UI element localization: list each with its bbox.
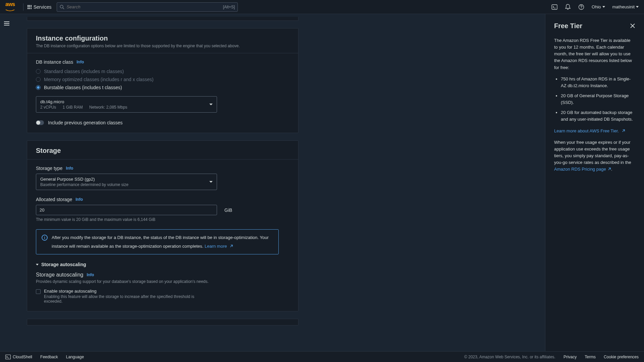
aws-smile-icon bbox=[5, 9, 15, 12]
top-navigation: aws Services [Alt+S] Ohio matheusinit bbox=[0, 0, 644, 14]
svg-point-0 bbox=[60, 5, 63, 8]
select-value: General Purpose SSD (gp2) bbox=[40, 177, 209, 182]
svg-rect-8 bbox=[6, 355, 11, 359]
external-link-icon bbox=[607, 166, 611, 173]
storage-autoscaling-expander[interactable]: Storage autoscaling bbox=[36, 262, 289, 267]
hamburger-icon bbox=[4, 21, 9, 25]
feedback-label: Feedback bbox=[40, 355, 58, 359]
link-label: Amazon RDS Pricing page bbox=[554, 167, 606, 172]
search-icon bbox=[60, 5, 64, 9]
enable-autoscaling-desc: Enabling this feature will allow the sto… bbox=[44, 294, 202, 304]
radio-label: Standard classes (includes m classes) bbox=[44, 69, 124, 74]
select-sub: Baseline performance determined by volum… bbox=[40, 182, 209, 187]
language-link[interactable]: Language bbox=[66, 355, 84, 359]
caret-down-icon bbox=[602, 6, 605, 8]
allocated-storage-input[interactable] bbox=[36, 205, 217, 215]
list-item: 20 GB of General Purpose Storage (SSD). bbox=[561, 93, 635, 106]
free-tier-list: 750 hrs of Amazon RDS in a Single-AZ db.… bbox=[554, 76, 635, 123]
storage-optimization-alert: i After you modify the storage for a DB … bbox=[36, 229, 279, 254]
storage-panel: Storage Storage type Info General Purpos… bbox=[27, 140, 299, 311]
panel-subtitle: The DB instance configuration options be… bbox=[36, 44, 289, 48]
search-shortcut: [Alt+S] bbox=[223, 5, 235, 9]
cloudshell-button[interactable]: CloudShell bbox=[5, 355, 32, 359]
user-label: matheusinit bbox=[612, 4, 635, 9]
feedback-link[interactable]: Feedback bbox=[40, 355, 58, 359]
aws-logo[interactable]: aws bbox=[5, 1, 15, 13]
ram-info: 1 GiB RAM bbox=[63, 105, 83, 110]
info-link[interactable]: Info bbox=[87, 273, 94, 277]
pricing-text-end: . bbox=[611, 167, 612, 172]
free-tier-info-panel: Free Tier The Amazon RDS Free Tier is av… bbox=[545, 14, 644, 351]
terms-link[interactable]: Terms bbox=[585, 355, 596, 359]
info-link[interactable]: Info bbox=[75, 197, 83, 202]
info-link[interactable]: Info bbox=[76, 60, 84, 64]
external-link-icon bbox=[229, 243, 233, 250]
storage-type-select[interactable]: General Purpose SSD (gp2) Baseline perfo… bbox=[36, 174, 217, 190]
prev-gen-toggle[interactable] bbox=[36, 120, 44, 125]
help-icon[interactable] bbox=[578, 4, 584, 10]
radio-label: Memory optimized classes (includes r and… bbox=[44, 77, 154, 82]
cloudshell-label: CloudShell bbox=[13, 355, 32, 359]
caret-down-icon bbox=[36, 264, 39, 265]
notifications-icon[interactable] bbox=[565, 4, 571, 10]
list-item: 750 hrs of Amazon RDS in a Single-AZ db.… bbox=[561, 76, 635, 89]
region-label: Ohio bbox=[592, 4, 601, 9]
panel-title: Storage bbox=[36, 147, 289, 155]
cloudshell-icon[interactable] bbox=[551, 4, 557, 10]
network-info: Network: 2,085 Mbps bbox=[89, 105, 127, 110]
external-link-icon bbox=[622, 128, 625, 134]
allocated-storage-label: Allocated storage bbox=[36, 197, 72, 202]
storage-autoscaling-desc: Provides dynamic scaling support for you… bbox=[36, 279, 289, 284]
learn-more-free-tier-link[interactable]: Learn more about AWS Free Tier. bbox=[554, 128, 625, 133]
link-label: Learn more about AWS Free Tier. bbox=[554, 128, 619, 133]
allocated-storage-hint: The minimum value is 20 GiB and the maxi… bbox=[36, 217, 289, 222]
caret-down-icon bbox=[209, 104, 213, 105]
side-panel-title: Free Tier bbox=[554, 22, 582, 30]
learn-more-label: Learn more bbox=[205, 243, 227, 250]
prev-gen-label: Include previous generation classes bbox=[48, 120, 123, 125]
radio-label: Burstable classes (includes t classes) bbox=[44, 85, 122, 90]
svg-line-1 bbox=[63, 8, 64, 9]
close-icon bbox=[630, 23, 635, 28]
region-selector[interactable]: Ohio bbox=[592, 4, 605, 9]
services-menu[interactable]: Services bbox=[28, 4, 52, 10]
info-link[interactable]: Info bbox=[66, 166, 73, 171]
grid-icon bbox=[28, 5, 32, 9]
storage-autoscaling-heading: Storage autoscaling bbox=[36, 272, 83, 278]
alert-message: After you modify the storage for a DB in… bbox=[52, 235, 269, 249]
language-label: Language bbox=[66, 355, 84, 359]
radio-burstable-classes[interactable]: Burstable classes (includes t classes) bbox=[36, 83, 289, 92]
sidebar-toggle[interactable] bbox=[0, 17, 13, 30]
storage-unit: GiB bbox=[224, 207, 232, 213]
radio-icon bbox=[36, 85, 41, 90]
db-instance-class-label: DB instance class bbox=[36, 59, 73, 65]
pricing-page-link[interactable]: Amazon RDS Pricing page bbox=[554, 167, 611, 172]
expander-label: Storage autoscaling bbox=[41, 262, 86, 267]
search-input[interactable] bbox=[64, 4, 223, 9]
instance-class-select[interactable]: db.t4g.micro 2 vCPUs 1 GiB RAM Network: … bbox=[36, 96, 217, 113]
svg-point-5 bbox=[581, 8, 582, 9]
next-panel-edge bbox=[27, 319, 299, 325]
svg-rect-2 bbox=[552, 5, 557, 9]
footer: CloudShell Feedback Language © 2023, Ama… bbox=[0, 351, 644, 362]
cookie-preferences-link[interactable]: Cookie preferences bbox=[604, 355, 639, 359]
storage-type-label: Storage type bbox=[36, 166, 62, 171]
close-button[interactable] bbox=[630, 22, 635, 30]
privacy-link[interactable]: Privacy bbox=[564, 355, 577, 359]
services-label: Services bbox=[34, 4, 52, 10]
vcpu-info: 2 vCPUs bbox=[40, 105, 56, 110]
radio-standard-classes[interactable]: Standard classes (includes m classes) bbox=[36, 67, 289, 75]
select-value: db.t4g.micro bbox=[40, 99, 209, 104]
pricing-text: When your free usage expires or if your … bbox=[554, 140, 631, 165]
radio-memory-optimized[interactable]: Memory optimized classes (includes r and… bbox=[36, 75, 289, 83]
caret-down-icon bbox=[209, 181, 213, 183]
divider bbox=[23, 3, 23, 11]
caret-down-icon bbox=[636, 6, 639, 8]
free-tier-intro: The Amazon RDS Free Tier is available to… bbox=[554, 37, 635, 71]
enable-autoscaling-checkbox[interactable] bbox=[36, 289, 41, 294]
panel-title: Instance configuration bbox=[36, 35, 289, 42]
search-bar[interactable]: [Alt+S] bbox=[57, 2, 238, 12]
account-menu[interactable]: matheusinit bbox=[612, 4, 639, 9]
learn-more-link[interactable]: Learn more bbox=[205, 243, 233, 250]
info-icon: i bbox=[42, 235, 48, 241]
